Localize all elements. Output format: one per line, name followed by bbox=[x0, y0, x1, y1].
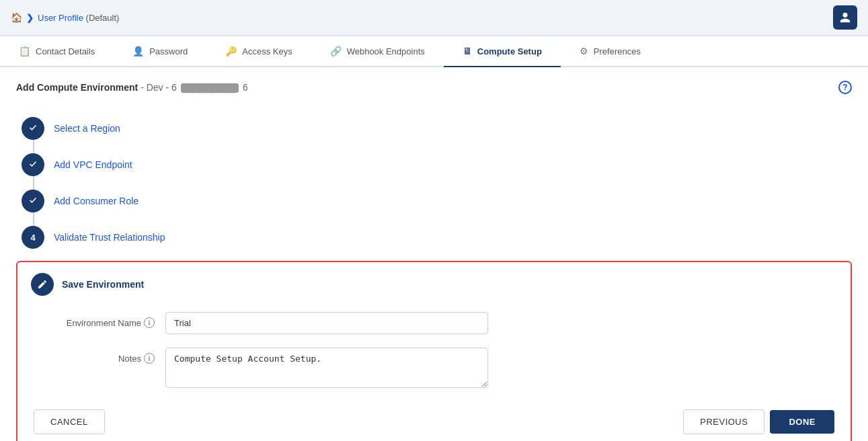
breadcrumb: 🏠 ❯ User Profile (Default) bbox=[11, 12, 119, 23]
previous-button[interactable]: PREVIOUS bbox=[683, 409, 764, 434]
home-icon[interactable]: 🏠 bbox=[11, 12, 22, 23]
tab-webhook-endpoints[interactable]: 🔗 Webhook Endpoints bbox=[311, 36, 444, 67]
steps-list: Select a Region Add VPC Endpoint Add Con… bbox=[22, 110, 852, 255]
step-3-circle bbox=[22, 190, 44, 212]
breadcrumb-page: User Profile (Default) bbox=[38, 13, 119, 23]
content-title: Add Compute Environment - Dev - 6 ██████… bbox=[16, 82, 248, 93]
compute-setup-icon: 🖥 bbox=[463, 46, 472, 56]
notes-row: Notes i bbox=[31, 348, 837, 388]
main-container: 📋 Contact Details 👤 Password 🔑 Access Ke… bbox=[0, 36, 868, 441]
contact-details-icon: 📋 bbox=[19, 46, 30, 56]
password-icon: 👤 bbox=[132, 46, 144, 56]
step-4-label: Validate Trust Relationship bbox=[54, 232, 165, 243]
masked-id: ████████ bbox=[181, 83, 239, 93]
step-1-circle bbox=[22, 117, 44, 140]
webhook-icon: 🔗 bbox=[330, 46, 342, 56]
tab-preferences[interactable]: ⚙ Preferences bbox=[561, 36, 660, 67]
notes-textarea[interactable] bbox=[165, 348, 488, 388]
save-env-header: Save Environment bbox=[31, 273, 837, 296]
access-keys-icon: 🔑 bbox=[225, 46, 237, 56]
save-env-step-circle bbox=[31, 273, 54, 296]
breadcrumb-separator: ❯ bbox=[26, 13, 34, 23]
step-1-label: Select a Region bbox=[54, 123, 120, 134]
notes-label: Notes i bbox=[58, 348, 165, 364]
env-name-row: Environment Name i bbox=[31, 312, 837, 334]
notes-info-icon[interactable]: i bbox=[144, 353, 155, 364]
footer-buttons: CANCEL PREVIOUS DONE bbox=[31, 401, 837, 437]
env-name-label: Environment Name i bbox=[58, 312, 165, 328]
step-2-circle bbox=[22, 153, 44, 176]
default-tag: (Default) bbox=[86, 13, 120, 23]
step-4-circle: 4 bbox=[22, 226, 44, 249]
step-3-label: Add Consumer Role bbox=[54, 196, 139, 206]
env-name-info-icon[interactable]: i bbox=[144, 317, 155, 328]
dev-label: - Dev - 6 ████████ 6 bbox=[141, 82, 248, 93]
top-bar: 🏠 ❯ User Profile (Default) bbox=[0, 0, 868, 36]
right-buttons: PREVIOUS DONE bbox=[683, 409, 834, 434]
step-select-region: Select a Region bbox=[22, 110, 852, 147]
cancel-button[interactable]: CANCEL bbox=[34, 409, 105, 434]
step-2-label: Add VPC Endpoint bbox=[54, 159, 132, 170]
help-icon[interactable]: ? bbox=[838, 81, 852, 94]
tab-contact-details[interactable]: 📋 Contact Details bbox=[0, 36, 114, 67]
tab-compute-setup[interactable]: 🖥 Compute Setup bbox=[444, 36, 561, 67]
step-validate-trust: 4 Validate Trust Relationship bbox=[22, 219, 852, 255]
env-name-input[interactable] bbox=[165, 312, 488, 334]
tab-password[interactable]: 👤 Password bbox=[114, 36, 206, 67]
tabs: 📋 Contact Details 👤 Password 🔑 Access Ke… bbox=[0, 36, 868, 67]
done-button[interactable]: DONE bbox=[770, 410, 834, 434]
tab-access-keys[interactable]: 🔑 Access Keys bbox=[206, 36, 311, 67]
step-add-consumer: Add Consumer Role bbox=[22, 183, 852, 219]
content-area: Add Compute Environment - Dev - 6 ██████… bbox=[0, 67, 868, 441]
save-environment-box: Save Environment Environment Name i Note… bbox=[16, 261, 852, 441]
save-env-label: Save Environment bbox=[62, 279, 144, 290]
content-header: Add Compute Environment - Dev - 6 ██████… bbox=[16, 81, 852, 94]
user-avatar[interactable] bbox=[833, 5, 857, 30]
preferences-icon: ⚙ bbox=[580, 46, 588, 56]
step-add-vpc: Add VPC Endpoint bbox=[22, 147, 852, 183]
